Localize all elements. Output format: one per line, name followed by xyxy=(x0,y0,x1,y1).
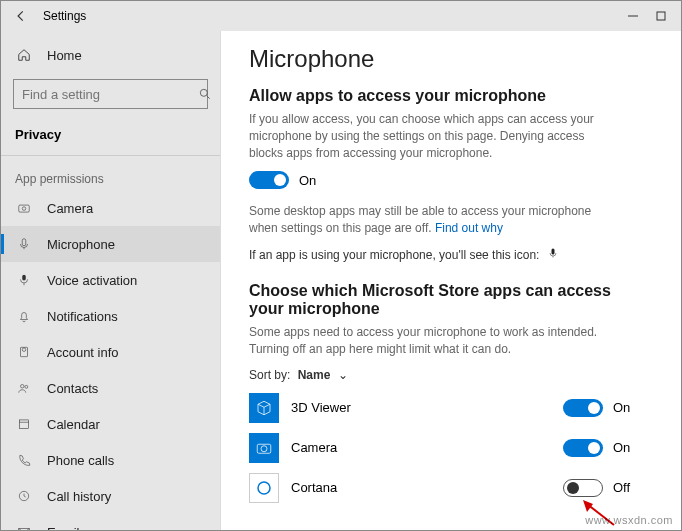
app-toggle-3d-viewer[interactable] xyxy=(563,399,603,417)
svg-rect-7 xyxy=(22,275,26,281)
sidebar-item-camera[interactable]: Camera xyxy=(1,190,220,226)
svg-rect-4 xyxy=(19,205,30,212)
app-name: Cortana xyxy=(291,480,563,495)
store-heading: Choose which Microsoft Store apps can ac… xyxy=(249,282,619,318)
nav-label: Email xyxy=(47,525,80,531)
camera-app-icon xyxy=(249,433,279,463)
find-out-why-link[interactable]: Find out why xyxy=(435,221,503,235)
nav-label: Account info xyxy=(47,345,119,360)
account-icon xyxy=(15,345,33,359)
nav-label: Camera xyxy=(47,201,93,216)
camera-icon xyxy=(15,201,33,215)
svg-point-5 xyxy=(22,207,26,211)
sidebar-item-account-info[interactable]: Account info xyxy=(1,334,220,370)
app-row-camera: Camera On xyxy=(249,428,653,468)
chevron-down-icon: ⌄ xyxy=(338,368,348,382)
phone-icon xyxy=(15,453,33,467)
window-title: Settings xyxy=(43,9,627,23)
svg-point-2 xyxy=(200,89,207,96)
svg-point-8 xyxy=(22,348,26,352)
search-icon xyxy=(198,87,212,101)
app-row-cortana: Cortana Off xyxy=(249,468,653,508)
maximize-button[interactable] xyxy=(655,10,667,22)
sidebar-item-contacts[interactable]: Contacts xyxy=(1,370,220,406)
sidebar-item-email[interactable]: Email xyxy=(1,514,220,530)
svg-rect-1 xyxy=(657,12,665,20)
home-icon xyxy=(15,48,33,62)
sidebar-item-voice-activation[interactable]: Voice activation xyxy=(1,262,220,298)
main-content: Microphone Allow apps to access your mic… xyxy=(221,31,681,530)
search-input-wrap[interactable] xyxy=(13,79,208,109)
sidebar-item-call-history[interactable]: Call history xyxy=(1,478,220,514)
sidebar-item-microphone[interactable]: Microphone xyxy=(1,226,220,262)
in-use-note: If an app is using your microphone, you'… xyxy=(249,247,653,262)
svg-point-10 xyxy=(21,385,25,389)
allow-apps-toggle[interactable] xyxy=(249,171,289,189)
allow-toggle-label: On xyxy=(299,173,316,188)
contacts-icon xyxy=(15,381,33,395)
app-name: 3D Viewer xyxy=(291,400,563,415)
desktop-note: Some desktop apps may still be able to a… xyxy=(249,203,619,237)
nav-label: Calendar xyxy=(47,417,100,432)
3d-viewer-icon xyxy=(249,393,279,423)
sidebar-item-notifications[interactable]: Notifications xyxy=(1,298,220,334)
watermark: www.wsxdn.com xyxy=(585,514,673,526)
app-state: On xyxy=(613,440,630,455)
svg-point-18 xyxy=(261,445,267,451)
back-button[interactable] xyxy=(11,6,31,26)
nav-label: Voice activation xyxy=(47,273,137,288)
nav-label: Contacts xyxy=(47,381,98,396)
voice-icon xyxy=(15,273,33,287)
sort-dropdown[interactable]: Sort by: Name ⌄ xyxy=(249,368,653,382)
svg-rect-6 xyxy=(22,239,26,246)
store-desc: Some apps need to access your microphone… xyxy=(249,324,619,358)
section-label: App permissions xyxy=(1,162,220,190)
page-title: Microphone xyxy=(249,45,653,73)
app-name: Camera xyxy=(291,440,563,455)
nav-label: Phone calls xyxy=(47,453,114,468)
svg-line-3 xyxy=(207,96,210,99)
email-icon xyxy=(15,525,33,530)
app-row-3d-viewer: 3D Viewer On xyxy=(249,388,653,428)
svg-point-19 xyxy=(258,482,270,494)
nav-label: Call history xyxy=(47,489,111,504)
allow-desc: If you allow access, you can choose whic… xyxy=(249,111,619,161)
sidebar-item-phone-calls[interactable]: Phone calls xyxy=(1,442,220,478)
nav-label: Microphone xyxy=(47,237,115,252)
bell-icon xyxy=(15,309,33,323)
sidebar-item-calendar[interactable]: Calendar xyxy=(1,406,220,442)
home-label: Home xyxy=(47,48,82,63)
svg-rect-12 xyxy=(19,420,28,429)
mic-status-icon xyxy=(547,247,559,262)
home-nav[interactable]: Home xyxy=(1,37,220,73)
app-toggle-camera[interactable] xyxy=(563,439,603,457)
search-input[interactable] xyxy=(14,87,198,102)
svg-rect-9 xyxy=(21,347,28,356)
privacy-header: Privacy xyxy=(1,119,220,149)
app-toggle-cortana[interactable] xyxy=(563,479,603,497)
app-state: Off xyxy=(613,480,630,495)
minimize-button[interactable] xyxy=(627,10,639,22)
allow-heading: Allow apps to access your microphone xyxy=(249,87,653,105)
app-state: On xyxy=(613,400,630,415)
nav-label: Notifications xyxy=(47,309,118,324)
sidebar: Home Privacy App permissions Camera Micr… xyxy=(1,31,221,530)
svg-rect-16 xyxy=(551,248,554,254)
microphone-icon xyxy=(15,237,33,251)
cortana-icon xyxy=(249,473,279,503)
history-icon xyxy=(15,489,33,503)
calendar-icon xyxy=(15,417,33,431)
svg-point-11 xyxy=(25,385,28,388)
